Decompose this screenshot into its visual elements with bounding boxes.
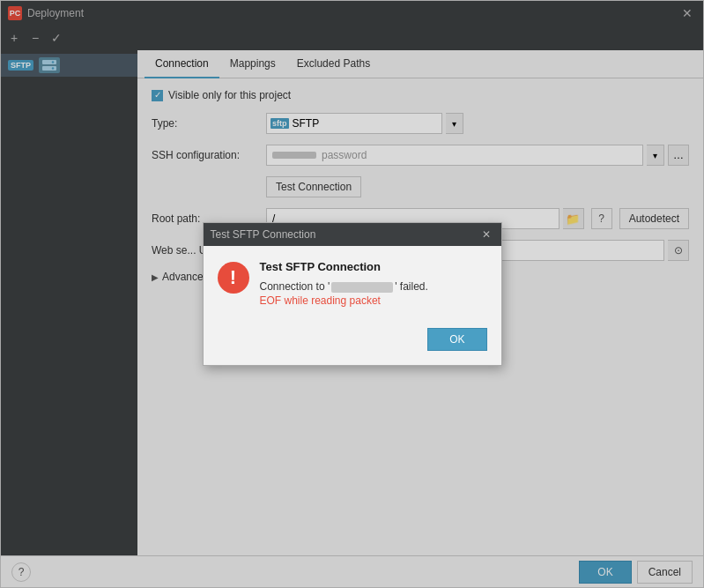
modal-dialog: Test SFTP Connection ✕ ! Test SFTP Conne… [203, 222, 502, 366]
modal-footer: OK [204, 321, 501, 365]
modal-message-line1: Connection to '' failed. [260, 280, 487, 293]
modal-overlay: Test SFTP Connection ✕ ! Test SFTP Conne… [1, 1, 703, 587]
modal-ok-button[interactable]: OK [427, 328, 486, 351]
modal-error-detail: EOF while reading packet [260, 294, 487, 307]
modal-title: Test SFTP Connection [211, 228, 316, 241]
modal-heading: Test SFTP Connection [260, 260, 487, 273]
main-window: PC Deployment ✕ + − ✓ SFTP [0, 0, 704, 588]
error-icon: ! [218, 262, 249, 294]
modal-close-button[interactable]: ✕ [478, 227, 494, 242]
modal-body: ! Test SFTP Connection Connection to '' … [204, 246, 501, 321]
blurred-hostname [331, 282, 393, 293]
modal-content: Test SFTP Connection Connection to '' fa… [260, 260, 487, 307]
modal-title-bar: Test SFTP Connection ✕ [204, 223, 501, 246]
